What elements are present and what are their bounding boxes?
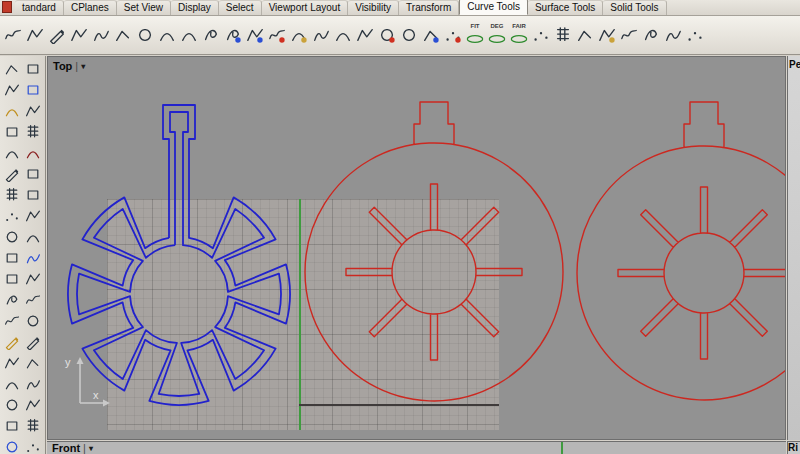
point-icon[interactable] <box>1 205 22 226</box>
explode-icon[interactable] <box>22 352 43 373</box>
extrude-icon[interactable] <box>22 268 43 289</box>
revolve-icon[interactable] <box>1 289 22 310</box>
curve-tool-icon[interactable] <box>22 247 43 268</box>
rectangle-tool-icon[interactable] <box>1 247 22 268</box>
handlebar-editor-icon[interactable] <box>596 21 618 49</box>
fillet-icon[interactable] <box>1 373 22 394</box>
red-sun-curve-2[interactable] <box>618 187 786 359</box>
sweep-icon[interactable] <box>22 289 43 310</box>
chamfer-curves-icon[interactable] <box>354 21 376 49</box>
copy-icon[interactable] <box>22 79 43 100</box>
move-icon[interactable] <box>1 79 22 100</box>
red-ornament-outline-2[interactable] <box>577 102 786 400</box>
viewport-front-sliver[interactable]: Front | ▾ <box>47 441 786 454</box>
arc-tool-icon[interactable] <box>22 226 43 247</box>
circle-center-radius-icon[interactable] <box>134 21 156 49</box>
cut-icon[interactable] <box>1 163 22 184</box>
fillet-curves-icon[interactable] <box>332 21 354 49</box>
properties-icon[interactable] <box>22 184 43 205</box>
arc-center-angle-icon[interactable] <box>156 21 178 49</box>
split-icon[interactable] <box>22 331 43 352</box>
render-view-icon[interactable] <box>1 436 22 454</box>
viewport-title-perspective: Pe <box>789 59 800 70</box>
boolean-union-icon[interactable] <box>22 310 43 331</box>
tab-surface-tools[interactable]: Surface Tools <box>528 0 603 15</box>
title-divider: | <box>75 60 78 72</box>
viewport-title-text: Front <box>52 442 80 454</box>
point-deviation-icon[interactable] <box>442 21 464 49</box>
offset-icon[interactable] <box>22 373 43 394</box>
curvature-circle-icon[interactable] <box>398 21 420 49</box>
control-point-curve-icon[interactable] <box>112 21 134 49</box>
symmetry-icon[interactable] <box>640 21 662 49</box>
paste-icon[interactable] <box>22 163 43 184</box>
tab-curve-tools[interactable]: Curve Tools <box>459 0 528 15</box>
match-curve-icon[interactable] <box>618 21 640 49</box>
polyline-icon[interactable] <box>68 21 90 49</box>
offset-curve-icon[interactable] <box>310 21 332 49</box>
tab-cplanes[interactable]: CPlanes <box>64 0 117 15</box>
viewport-title-top[interactable]: Top | ▾ <box>53 60 85 72</box>
insert-knot-icon[interactable] <box>552 21 574 49</box>
curvature-graph-icon[interactable] <box>420 21 442 49</box>
viewport-title-front[interactable]: Front | ▾ <box>52 442 93 454</box>
red-sun-curve-1[interactable] <box>346 184 522 360</box>
spiral-icon[interactable] <box>222 21 244 49</box>
viewport-menu-arrow-icon[interactable]: ▾ <box>89 444 93 453</box>
loft-icon[interactable] <box>1 310 22 331</box>
polyline-tool-icon[interactable] <box>22 205 43 226</box>
array-icon[interactable] <box>22 121 43 142</box>
viewport-right-sliver[interactable]: Ri <box>787 441 800 454</box>
viewport-top[interactable]: y x Top | ▾ <box>47 56 786 440</box>
adjust-curve-seam-icon[interactable] <box>2 21 24 49</box>
pan-view-icon[interactable] <box>22 394 43 415</box>
osnap-icon[interactable] <box>22 436 43 454</box>
surface-tool-icon[interactable] <box>1 268 22 289</box>
tab-transform[interactable]: Transform <box>399 0 459 15</box>
scale-icon[interactable] <box>22 100 43 121</box>
tab-visibility[interactable]: Visibility <box>348 0 399 15</box>
red-ornament-outline-1[interactable] <box>305 102 563 401</box>
select-window-icon[interactable] <box>22 58 43 79</box>
fit-curve-icon[interactable]: FIT <box>464 21 486 49</box>
insert-kink-icon[interactable] <box>574 21 596 49</box>
shaded-view-icon[interactable] <box>1 415 22 436</box>
tab-viewport-layout[interactable]: Viewport Layout <box>262 0 349 15</box>
viewport-perspective-sliver[interactable]: Pe <box>787 56 800 440</box>
layers-icon[interactable] <box>1 184 22 205</box>
fair-curve-icon[interactable]: FAIR <box>508 21 530 49</box>
tab-tandard[interactable]: tandard <box>15 0 64 15</box>
rotate-icon[interactable] <box>1 100 22 121</box>
blend-curve-icon[interactable] <box>288 21 310 49</box>
helix-icon[interactable] <box>200 21 222 49</box>
tab-solid-tools[interactable]: Solid Tools <box>603 0 666 15</box>
select-objects-icon[interactable] <box>1 58 22 79</box>
change-degree-icon[interactable]: DEG <box>486 21 508 49</box>
conic-icon[interactable] <box>178 21 200 49</box>
trim-icon[interactable] <box>1 331 22 352</box>
continue-curve-icon[interactable] <box>266 21 288 49</box>
curves-layer[interactable] <box>48 57 786 440</box>
curve-from-two-views-icon[interactable] <box>24 21 46 49</box>
wireframe-view-icon[interactable] <box>22 415 43 436</box>
join-icon[interactable] <box>1 352 22 373</box>
title-divider: | <box>83 442 86 454</box>
sort-points-icon[interactable] <box>684 21 706 49</box>
extend-curve-icon[interactable] <box>244 21 266 49</box>
interpolate-curve-icon[interactable] <box>90 21 112 49</box>
zoom-extents-icon[interactable] <box>1 394 22 415</box>
tab-set-view[interactable]: Set View <box>117 0 171 15</box>
curve-boolean-icon[interactable] <box>376 21 398 49</box>
tab-select[interactable]: Select <box>219 0 262 15</box>
circle-tool-icon[interactable] <box>1 226 22 247</box>
redo-icon[interactable] <box>22 142 43 163</box>
sketch-curve-icon[interactable] <box>46 21 68 49</box>
undo-icon[interactable] <box>1 142 22 163</box>
main-toolbar: FITDEGFAIR <box>0 16 800 55</box>
blue-gear-pendant-inner-curve[interactable] <box>77 112 281 396</box>
rebuild-curve-icon[interactable] <box>530 21 552 49</box>
tab-display[interactable]: Display <box>171 0 219 15</box>
mirror-icon[interactable] <box>1 121 22 142</box>
viewport-menu-arrow-icon[interactable]: ▾ <box>81 62 85 71</box>
smooth-icon[interactable] <box>662 21 684 49</box>
